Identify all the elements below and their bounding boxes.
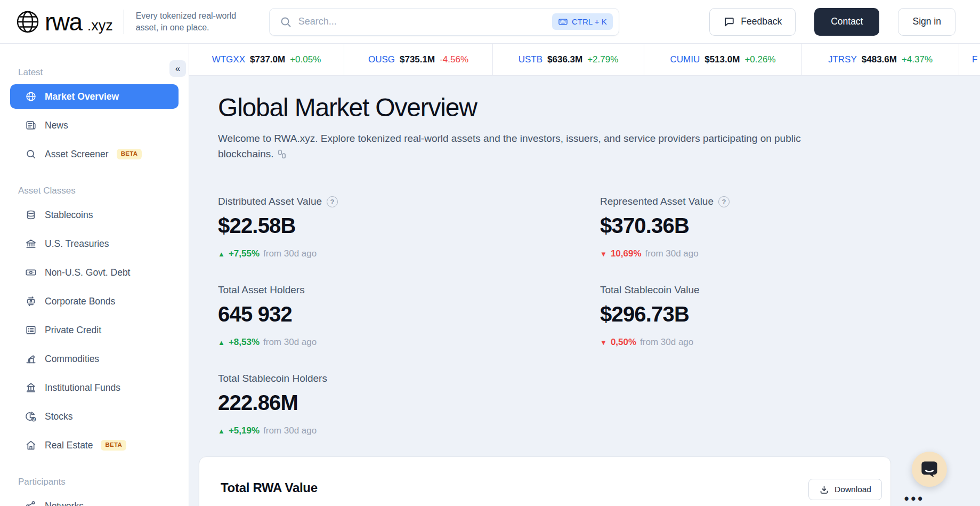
sidebar-item-non-us-govt-debt[interactable]: Non-U.S. Govt. Debt	[10, 260, 179, 285]
stat-label: Distributed Asset Value	[218, 196, 322, 207]
beta-badge: BETA	[101, 440, 126, 451]
sidebar-item-label: Market Overview	[45, 91, 119, 102]
ticker-item[interactable]: USTB $636.3M +2.79%	[493, 44, 644, 75]
top-header: rwa.xyz Every tokenized real-world asset…	[0, 0, 980, 44]
sidebar-item-real-estate[interactable]: Networks Real Estate BETA	[10, 433, 179, 457]
institution-icon	[25, 382, 37, 393]
triangle-up-icon: ▲	[218, 250, 225, 258]
help-icon[interactable]: ?	[718, 196, 730, 207]
sidebar-item-label: Asset Screener	[45, 149, 109, 160]
search-shortcut-badge: CTRL + K	[552, 13, 613, 30]
ticker-item[interactable]: WTGXX $737.0M +0.05%	[189, 44, 344, 75]
stat-distributed-asset-value: Distributed Asset Value ? $22.58B ▲ +7,5…	[218, 196, 600, 259]
globe-icon	[25, 91, 37, 102]
sidebar-item-asset-screener[interactable]: Asset Screener BETA	[10, 142, 179, 166]
chat-widget-button[interactable]	[912, 452, 947, 487]
bank-icon	[25, 238, 37, 250]
stat-value: 645 932	[218, 302, 600, 326]
sidebar: « Latest Market Overview News	[0, 44, 189, 506]
feedback-button[interactable]: Feedback	[709, 8, 796, 36]
network-icon	[25, 500, 37, 506]
chain-link-icon	[277, 149, 287, 159]
sign-in-button[interactable]: Sign in	[898, 8, 955, 36]
download-icon	[819, 485, 829, 495]
total-rwa-value-card: Total RWA Value Download	[199, 456, 891, 506]
sidebar-item-corporate-bonds[interactable]: Corporate Bonds	[10, 289, 179, 314]
ticker-item[interactable]: JTRSY $483.6M +4.37%	[802, 44, 959, 75]
sidebar-section-asset-classes: Asset Classes Stablecoins U.S. Treasurie…	[10, 186, 179, 457]
stat-total-stablecoin-holders: Total Stablecoin Holders 222.86M ▲ +5,19…	[218, 373, 600, 436]
stat-change: ▲ +5,19% from 30d ago	[218, 425, 600, 436]
section-title: Participants	[18, 477, 179, 487]
logo-tld: .xyz	[87, 18, 113, 34]
sidebar-item-label: Networks	[45, 501, 84, 506]
stat-change: ▼ 0,50% from 30d ago	[600, 337, 980, 348]
sidebar-item-market-overview[interactable]: Market Overview	[10, 84, 179, 109]
ticker-item[interactable]: CUMIU $513.0M +0.26%	[644, 44, 802, 75]
section-title: Latest	[18, 67, 179, 78]
triangle-down-icon: ▼	[600, 339, 607, 347]
search-input[interactable]	[298, 16, 546, 27]
intro-text: Welcome to RWA.xyz. Explore tokenized re…	[218, 131, 831, 162]
stat-represented-asset-value: Represented Asset Value ? $370.36B ▼ 10,…	[600, 196, 980, 259]
logo-name: rwa	[45, 7, 82, 36]
stat-value: 222.86M	[218, 391, 600, 415]
sidebar-collapse-button[interactable]: «	[169, 60, 186, 77]
house-icon	[25, 439, 37, 451]
logo[interactable]: rwa.xyz	[16, 7, 113, 36]
news-icon	[25, 119, 37, 131]
download-button[interactable]: Download	[808, 479, 882, 500]
sidebar-item-label: Stablecoins	[45, 210, 93, 221]
stat-change: ▲ +8,53% from 30d ago	[218, 337, 600, 348]
ticker-item[interactable]: F	[959, 44, 980, 75]
sidebar-item-label: Commodities	[45, 354, 99, 365]
more-options-button[interactable]: •••	[904, 492, 925, 505]
sidebar-item-label: Corporate Bonds	[45, 296, 115, 307]
search-box[interactable]: CTRL + K	[269, 8, 619, 36]
triangle-down-icon: ▼	[600, 250, 607, 258]
page-title: Global Market Overview	[218, 93, 980, 122]
stat-change: ▲ +7,55% from 30d ago	[218, 248, 600, 259]
sidebar-item-stocks[interactable]: $ Stocks	[10, 404, 179, 429]
sidebar-section-latest: Latest Market Overview News	[10, 67, 179, 166]
search-icon	[279, 15, 292, 28]
sidebar-item-label: U.S. Treasuries	[45, 238, 109, 250]
contact-button[interactable]: Contact	[814, 8, 879, 36]
stat-total-stablecoin-value: Total Stablecoin Value $296.73B ▼ 0,50% …	[600, 284, 980, 348]
sidebar-item-networks[interactable]: Networks	[10, 494, 179, 506]
keyboard-icon	[558, 17, 568, 27]
ticker-bar: WTGXX $737.0M +0.05% OUSG $735.1M -4.56%…	[189, 44, 980, 76]
sidebar-item-news[interactable]: News	[10, 113, 179, 138]
stat-label: Total Stablecoin Holders	[218, 373, 327, 384]
pie-dollar-icon: $	[25, 411, 37, 422]
sidebar-item-stablecoins[interactable]: Stablecoins	[10, 203, 179, 227]
stat-label: Represented Asset Value	[600, 196, 714, 207]
stat-total-asset-holders: Total Asset Holders 645 932 ▲ +8,53% fro…	[218, 284, 600, 348]
stat-value: $370.36B	[600, 214, 980, 238]
sidebar-item-label: Stocks	[45, 411, 73, 422]
triangle-up-icon: ▲	[218, 427, 225, 435]
main-content: Global Market Overview Welcome to RWA.xy…	[189, 76, 980, 506]
stat-change: ▼ 10,69% from 30d ago	[600, 248, 980, 259]
stat-label: Total Asset Holders	[218, 284, 305, 296]
sidebar-item-commodities[interactable]: Commodities	[10, 347, 179, 371]
sidebar-item-label: Non-U.S. Govt. Debt	[45, 267, 130, 278]
beta-badge: BETA	[117, 149, 142, 159]
header-divider	[124, 10, 124, 34]
sidebar-item-label: Real Estate	[45, 440, 93, 451]
site-tagline: Every tokenized real-world asset, in one…	[136, 10, 252, 33]
magnifier-icon	[25, 148, 37, 160]
sidebar-item-label: News	[45, 120, 68, 131]
stats-grid: Distributed Asset Value ? $22.58B ▲ +7,5…	[218, 196, 980, 436]
stat-label: Total Stablecoin Value	[600, 284, 700, 296]
ticker-item[interactable]: OUSG $735.1M -4.56%	[344, 44, 493, 75]
help-icon[interactable]: ?	[327, 196, 338, 207]
triangle-up-icon: ▲	[218, 339, 225, 347]
sidebar-item-institutional-funds[interactable]: Institutional Funds	[10, 375, 179, 400]
section-title: Asset Classes	[18, 186, 179, 196]
sidebar-item-us-treasuries[interactable]: U.S. Treasuries	[10, 231, 179, 256]
sidebar-section-participants: Participants Networks	[10, 477, 179, 506]
sidebar-item-private-credit[interactable]: Private Credit	[10, 318, 179, 342]
stat-value: $296.73B	[600, 302, 980, 326]
shortcut-label: CTRL + K	[572, 17, 607, 26]
